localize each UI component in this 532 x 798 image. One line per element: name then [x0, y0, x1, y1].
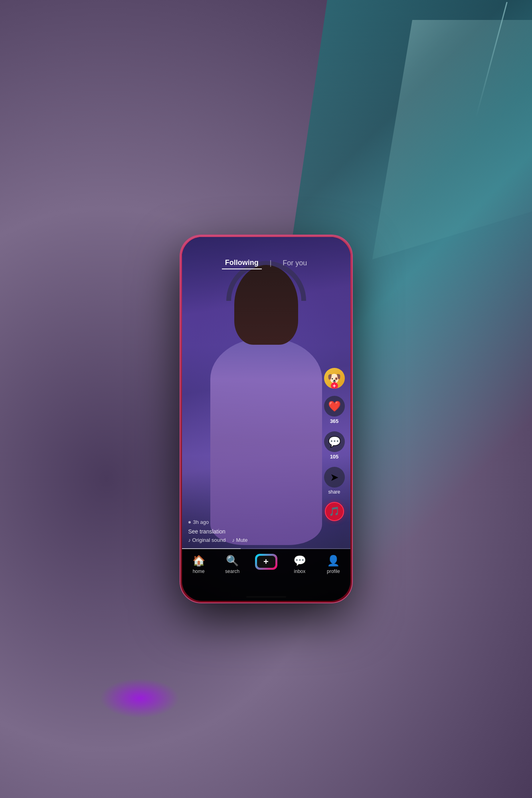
nav-item-profile[interactable]: 👤 profile: [316, 555, 350, 574]
comment-count: 105: [330, 454, 339, 460]
top-nav: Following | For you: [182, 237, 350, 273]
nav-item-inbox[interactable]: 💬 inbox: [283, 555, 316, 574]
phone-wrapper: Following | For you 🐶 + ❤️: [180, 235, 352, 602]
timestamp-text: 3h ago: [193, 519, 209, 525]
sound-info: ♪ Original sound ♪ Mute: [188, 537, 318, 543]
bottom-info: 3h ago See translation ♪ Original sound …: [188, 519, 318, 543]
nav-item-search[interactable]: 🔍 search: [216, 555, 249, 574]
home-icon: 🏠: [192, 555, 205, 567]
inbox-icon: 💬: [293, 555, 306, 567]
avatar[interactable]: 🐶 +: [324, 368, 345, 389]
add-button[interactable]: +: [256, 555, 277, 569]
tab-for-you[interactable]: For you: [279, 257, 310, 269]
tab-following[interactable]: Following: [222, 257, 262, 269]
person-hair: [234, 265, 298, 345]
background-glow: [100, 678, 180, 718]
original-sound-label[interactable]: ♪ Original sound: [188, 537, 226, 543]
mute-sound-button[interactable]: ♪ Mute: [232, 537, 247, 543]
home-label: home: [193, 569, 205, 574]
timestamp-dot: [188, 521, 191, 523]
search-icon: 🔍: [226, 555, 239, 567]
phone-inner: Following | For you 🐶 + ❤️: [182, 237, 350, 601]
right-actions: 🐶 + ❤️ 365 💬 105: [324, 368, 345, 521]
nav-item-add[interactable]: +: [249, 555, 283, 569]
bottom-nav: 🏠 home 🔍 search + 💬 inbox: [182, 549, 350, 601]
search-label: search: [225, 569, 239, 574]
inbox-label: inbox: [294, 569, 306, 574]
see-translation-link[interactable]: See translation: [188, 528, 318, 535]
comment-button[interactable]: 💬 105: [324, 431, 345, 460]
heart-icon[interactable]: ❤️: [324, 396, 345, 417]
follow-plus-icon: +: [331, 382, 338, 389]
like-count: 365: [330, 418, 339, 424]
comment-icon[interactable]: 💬: [324, 431, 345, 452]
phone-frame: Following | For you 🐶 + ❤️: [180, 235, 352, 602]
add-icon: +: [257, 556, 275, 568]
share-label: share: [328, 489, 340, 495]
share-icon[interactable]: ➤: [324, 467, 345, 488]
like-button[interactable]: ❤️ 365: [324, 396, 345, 424]
music-disc-button[interactable]: 🎵: [325, 502, 344, 521]
creator-avatar-button[interactable]: 🐶 +: [324, 368, 345, 389]
share-button[interactable]: ➤ share: [324, 467, 345, 495]
person-silhouette: [210, 338, 322, 545]
music-disc-icon[interactable]: 🎵: [325, 502, 344, 521]
nav-divider: |: [270, 259, 272, 267]
profile-icon: 👤: [327, 555, 340, 567]
profile-label: profile: [327, 569, 340, 574]
nav-item-home[interactable]: 🏠 home: [182, 555, 216, 574]
screen: Following | For you 🐶 + ❤️: [182, 237, 350, 601]
video-timestamp: 3h ago: [188, 519, 318, 525]
